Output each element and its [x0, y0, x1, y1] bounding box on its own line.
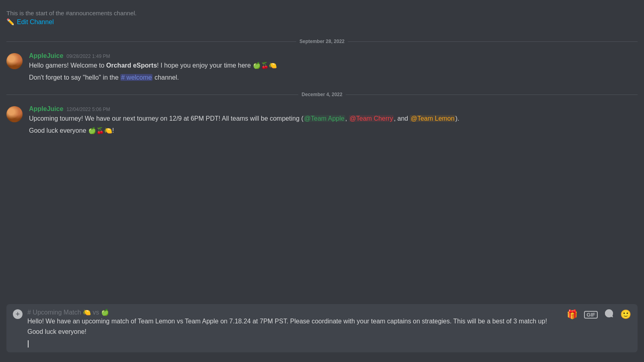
message-text-1: Hello gamers! Welcome to Orchard eSports…	[29, 61, 638, 82]
gift-icon: 🎁	[567, 309, 578, 320]
message-group-1: AppleJuice 09/28/2022 1:49 PM Hello game…	[0, 51, 644, 85]
pencil-icon: ✏️	[6, 18, 14, 26]
msg1-line2: Don't forget to say "hello" in the # wel…	[29, 73, 638, 82]
message-text-2: Upcoming tourney! We have our next tourn…	[29, 114, 638, 135]
compose-body: Hello! We have an upcoming match of Team…	[27, 318, 562, 348]
bold-text: Orchard eSports	[106, 62, 157, 69]
username-1: AppleJuice	[29, 52, 63, 60]
emoji-icon: 🙂	[620, 309, 631, 320]
timestamp-1: 09/28/2022 1:49 PM	[66, 53, 110, 59]
mention-team-cherry[interactable]: @Team Cherry	[349, 115, 394, 122]
msg1-line1: Hello gamers! Welcome to Orchard eSports…	[29, 61, 638, 70]
date-divider-sep28: September 28, 2022	[0, 32, 644, 51]
msg2-line1: Upcoming tourney! We have our next tourn…	[29, 114, 638, 123]
compose-channel-label: # Upcoming Match 🍋 vs 🍏	[27, 309, 109, 316]
channel-start-text: This is the start of the #announcements …	[6, 10, 615, 16]
compose-inner: # Upcoming Match 🍋 vs 🍏 Hello! We have a…	[27, 309, 562, 348]
compose-channel-row: # Upcoming Match 🍋 vs 🍏	[27, 309, 562, 316]
gif-button[interactable]: GIF	[584, 311, 598, 319]
chat-area: This is the start of the #announcements …	[0, 0, 644, 362]
msg2-line2: Good luck everyone 🍏🍒🍋!	[29, 126, 638, 135]
message-content-1: AppleJuice 09/28/2022 1:49 PM Hello game…	[29, 52, 638, 82]
message-input-container: + # Upcoming Match 🍋 vs 🍏 Hello! We have…	[0, 304, 644, 362]
compose-body-line1: Hello! We have an upcoming match of Team…	[27, 318, 562, 325]
compose-body-line2: Good luck everyone!	[27, 328, 562, 335]
message-content-2: AppleJuice 12/04/2022 5:06 PM Upcoming t…	[29, 105, 638, 135]
channel-start: This is the start of the #announcements …	[0, 6, 644, 32]
compose-cursor-line	[27, 340, 562, 348]
sticker-icon	[604, 309, 614, 321]
channel-mention-welcome[interactable]: # welcome	[120, 74, 153, 81]
gift-button[interactable]: 🎁	[567, 309, 578, 320]
date-sep28: September 28, 2022	[299, 39, 345, 44]
avatar-applejuice-2	[6, 106, 23, 122]
emoji-button[interactable]: 🙂	[620, 309, 631, 320]
date-dec4: December 4, 2022	[301, 92, 342, 97]
message-header-1: AppleJuice 09/28/2022 1:49 PM	[29, 52, 638, 60]
timestamp-2: 12/04/2022 5:06 PM	[66, 107, 110, 112]
edit-channel-label: Edit Channel	[17, 19, 54, 26]
mention-team-lemon[interactable]: @Team Lemon	[410, 115, 455, 122]
mention-team-apple[interactable]: @Team Apple	[303, 115, 345, 122]
message-header-2: AppleJuice 12/04/2022 5:06 PM	[29, 105, 638, 113]
text-cursor	[28, 340, 29, 348]
input-actions: 🎁 GIF 🙂	[567, 309, 631, 321]
sticker-button[interactable]	[604, 309, 614, 321]
edit-channel-button[interactable]: ✏️ Edit Channel	[6, 18, 54, 26]
avatar-applejuice-1	[6, 53, 23, 69]
add-attachment-button[interactable]: +	[13, 309, 23, 319]
date-divider-dec4: December 4, 2022	[0, 85, 644, 104]
message-group-2: AppleJuice 12/04/2022 5:06 PM Upcoming t…	[0, 104, 644, 138]
username-2: AppleJuice	[29, 105, 63, 113]
message-input-wrapper: + # Upcoming Match 🍋 vs 🍏 Hello! We have…	[6, 304, 638, 352]
